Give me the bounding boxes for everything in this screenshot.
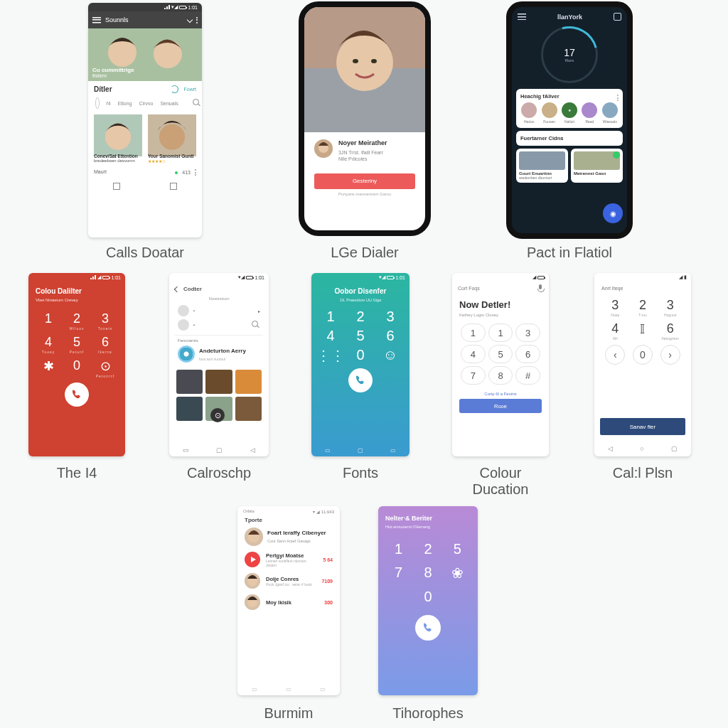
key-0[interactable]: 0 [346,347,375,364]
settings-icon[interactable] [614,13,621,21]
nav-1[interactable] [113,183,120,190]
footer-button[interactable]: Sanav fter [600,418,685,435]
dialpad: 3Noep2T-rou3Hoguue4Alh𝕀6Aebogrtton‹0› [594,295,691,368]
panel1-more-icon[interactable] [617,95,619,101]
strip-item-5[interactable]: Wiassalo [601,102,619,124]
key-4[interactable]: 4Alh [601,321,629,341]
call-button[interactable] [65,382,89,407]
key-5[interactable]: 5Petonf [63,335,91,354]
swatch[interactable] [176,370,203,394]
key-2[interactable]: 2Wiluov [63,311,91,331]
call-item[interactable]: Dolje ConresHuck Jganf ico · setar rf bo… [237,570,340,592]
key-✱[interactable]: ✱ [34,358,63,378]
call-button[interactable] [348,368,373,392]
call-item[interactable]: Pertgyí MoatseLaimerl sontiflest nlocram… [237,549,340,570]
key-6[interactable]: 6 [515,345,540,363]
card-a[interactable]: Gourt Enuartinnaredemben dborctort [516,149,568,183]
key-⋮⋮[interactable]: ⋮⋮ [316,347,346,364]
key-0[interactable]: 0 [633,345,653,365]
key-6[interactable]: 6 [375,328,405,344]
lead-contact[interactable]: Foart Ieraffy CibenyerCout Sann Arpef Ga… [237,525,340,549]
key-2[interactable]: 2 [346,309,375,325]
key-7[interactable]: 7 [384,564,413,582]
menu-icon[interactable] [92,17,101,23]
key-5[interactable]: 5 [346,328,375,344]
key-#[interactable]: # [515,366,540,385]
swatch[interactable] [235,397,262,421]
fab-button[interactable]: ◉ [603,203,623,223]
key-𝕀[interactable]: 𝕀 [629,321,657,341]
key-5[interactable]: 5 [488,345,513,363]
strip-item-4[interactable]: Read [581,102,598,124]
ring-unit: Rors [565,58,574,63]
strip-item-1[interactable]: Hedoc [520,102,537,124]
key-2[interactable]: 2T-rou [629,298,657,317]
key-1[interactable]: 1 [461,323,486,342]
key-4[interactable]: 4 [316,328,346,344]
primary-button[interactable]: Rooe [459,399,542,413]
meta-left: Maurt [94,169,107,176]
strip-item-2[interactable]: Fousen [540,102,557,124]
contact-card-2[interactable]: Your Sanomist Guntt ★★★★☆ [148,114,196,164]
search-icon[interactable] [193,99,195,107]
key-4[interactable]: 4Tuoey [34,335,63,354]
key-1[interactable]: 1 [316,309,346,325]
key-›[interactable]: › [660,345,680,365]
nav-2[interactable] [170,183,177,190]
key-3[interactable]: 3Noep [601,298,629,317]
primary-button[interactable]: Gesteriny [314,173,415,189]
more-icon[interactable] [196,17,198,23]
key-0[interactable]: 0 [413,589,442,605]
tab-avatar-icon[interactable] [95,97,100,109]
key-2[interactable]: 2 [413,541,442,557]
key-6[interactable]: 6Aebogrtton [656,321,684,341]
call-button[interactable] [415,615,441,641]
key-‹[interactable]: ‹ [605,345,625,365]
key-8[interactable]: 8 [488,366,513,385]
back-icon[interactable] [174,286,180,291]
tab-4[interactable]: Senuals [160,101,178,106]
key-3[interactable]: 3Tonets [91,311,119,331]
menu-icon[interactable] [518,14,526,20]
featured-item[interactable]: Andeturton Aerryfous aon nuoroul [169,343,269,365]
key-5[interactable]: 5 [443,541,472,557]
key-☺[interactable]: ☺ [375,347,405,364]
section-action[interactable]: Fowrt [184,87,197,92]
tab-2[interactable]: Etlong [118,101,132,106]
fab-add[interactable]: ⊙ [210,408,225,422]
key-1[interactable]: 1 [384,541,413,557]
key-1[interactable]: 1 [34,311,63,331]
swatch[interactable] [176,397,203,421]
tab-3[interactable]: Cirvvo [139,101,154,106]
card-b[interactable]: Metrennst Gasn [571,149,623,183]
profile-row-2[interactable]: • [169,318,269,332]
key-6[interactable]: 6lkerce [91,335,119,354]
contact-card-1[interactable]: Conev/Sat Ettention bredeebsen desvonm [94,114,142,164]
key-⊙[interactable]: ⊙Petonrcf [91,358,119,378]
key-3[interactable]: 3 [515,323,540,342]
call-item[interactable]: Moy lkisik300 [237,592,340,613]
s7-tab[interactable]: Cort Foqs [458,286,480,291]
back-icon[interactable] [187,17,193,23]
tab-1[interactable]: f4 [107,101,111,106]
screenshot-burmim: Orbits▾ ◢ 11;643 Tporte Foart Ieraffy Ci… [237,506,340,695]
swatch[interactable] [235,370,262,394]
swatch[interactable] [205,370,232,394]
key-0[interactable]: 0 [63,358,91,378]
mic-icon[interactable] [537,284,543,292]
key-8[interactable]: 8 [413,564,442,582]
meta-more-icon[interactable] [195,169,196,176]
refresh-icon[interactable] [171,85,178,93]
strip-item-3[interactable]: ★Nallori [561,102,578,124]
s8-tab[interactable]: Anrt Iteqe [601,286,623,291]
screenshot-call-plsn: ◢ ▮ Anrt Iteqe 3Noep2T-rou3Hoguue4Alh𝕀6A… [594,273,691,456]
key-1[interactable]: 1 [488,323,513,342]
key-4[interactable]: 4 [461,345,486,363]
profile-row-1[interactable]: •▸ [169,304,269,318]
key-3[interactable]: 3 [375,309,405,325]
key-3[interactable]: 3Hoguue [656,298,684,317]
link-text[interactable]: Corip 6l a Fesirst [452,392,549,396]
key-❀[interactable]: ❀ [443,564,472,582]
play-icon[interactable] [245,552,260,567]
key-7[interactable]: 7 [461,366,486,385]
